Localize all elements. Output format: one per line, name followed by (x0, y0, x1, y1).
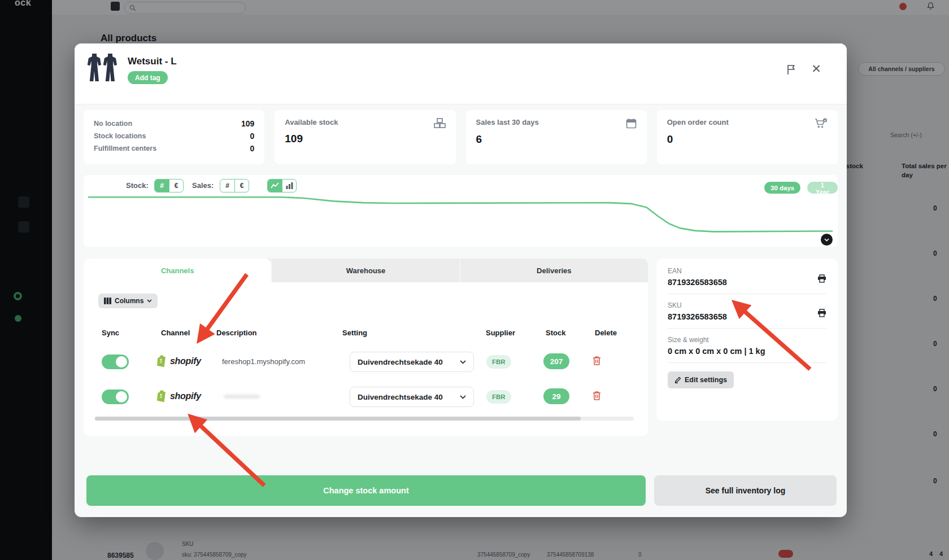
product-detail-modal: Wetsuit - L Add tag ✕ No location109 Sto… (75, 43, 847, 517)
calendar-icon (626, 118, 637, 129)
stat-label: Available stock (285, 118, 338, 126)
delete-channel-button[interactable] (592, 356, 602, 368)
chart-type-toggle (267, 179, 297, 193)
print-ean-button[interactable] (817, 274, 826, 285)
cart-check-icon (815, 118, 828, 129)
stat-label: Stock locations (94, 130, 146, 142)
sync-toggle[interactable] (102, 390, 129, 404)
setting-dropdown-value: Duivendrechtsekade 40 (358, 358, 443, 366)
size-weight-label: Size & weight (668, 336, 826, 344)
supplier-badge: FBR (486, 390, 511, 404)
columns-icon (104, 298, 111, 304)
chevron-down-icon (460, 395, 466, 399)
header-delete: Delete (595, 329, 617, 337)
header-supplier: Supplier (486, 329, 515, 337)
tab-channels[interactable]: Channels (84, 259, 271, 282)
stat-value: 109 (241, 117, 254, 130)
delete-channel-button[interactable] (592, 391, 602, 403)
stat-label: Sales last 30 days (476, 118, 539, 126)
tab-warehouse[interactable]: Warehouse (271, 259, 459, 282)
stock-unit-toggle: # € (154, 179, 184, 193)
add-tag-button[interactable]: Add tag (128, 71, 168, 84)
trash-icon (592, 391, 602, 401)
stat-value: 0 (667, 133, 828, 146)
chevron-down-icon (147, 299, 152, 303)
product-image-wetsuit (86, 53, 122, 88)
channel-description: fereshop1.myshopify.com (222, 357, 305, 366)
columns-button-label: Columns (115, 297, 143, 305)
bar-chart-icon[interactable] (282, 180, 296, 192)
stock-chart-card: Stock: # € Sales: # € 30 days 1 Year (84, 175, 838, 247)
setting-dropdown-value: Duivendrechtsekade 40 (358, 393, 443, 401)
tab-deliveries[interactable]: Deliveries (460, 259, 648, 282)
stat-label: Fulfillment centers (94, 142, 156, 155)
stock-toggle-label: Stock: (126, 181, 149, 190)
sku-label: SKU (668, 301, 826, 309)
shopify-wordmark: shopify (170, 356, 201, 366)
shopify-logo-icon: shopify (157, 355, 201, 368)
pencil-icon (674, 377, 681, 383)
supplier-badge: FBR (486, 355, 511, 369)
scrollbar-thumb[interactable] (95, 417, 581, 421)
sales-euro-option[interactable]: € (234, 180, 249, 192)
header-channel: Channel (161, 329, 190, 337)
screen: ock All products All channels / supplier… (0, 0, 949, 560)
range-1-year-button[interactable]: 1 Year (807, 182, 838, 194)
close-icon[interactable]: ✕ (808, 60, 825, 77)
setting-dropdown[interactable]: Duivendrechtsekade 40 (350, 352, 474, 372)
edit-settings-button[interactable]: Edit settings (668, 371, 734, 388)
product-details-panel: EAN 8719326583658 SKU 8719326583658 Size… (656, 259, 838, 421)
open-orders-card: Open order count 0 (657, 110, 838, 164)
edit-settings-block: Edit settings (668, 363, 826, 395)
channels-panel: Columns Sync Channel Description Setting… (84, 282, 648, 436)
chevron-down-icon (460, 360, 466, 364)
header-stock: Stock (546, 329, 565, 337)
header-description: Description (216, 329, 257, 337)
sku-value: 8719326583658 (668, 312, 826, 321)
stock-line (88, 197, 833, 231)
line-chart-icon[interactable] (268, 180, 282, 192)
channel-row: shopify Duivendrechtsekade 40 FBR 29 (84, 380, 648, 413)
channel-row: shopify fereshop1.myshopify.com Duivendr… (84, 345, 648, 378)
edit-settings-label: Edit settings (685, 376, 727, 384)
chevron-down-icon (824, 238, 829, 242)
modal-header: Wetsuit - L Add tag ✕ (75, 43, 847, 104)
printer-icon (817, 309, 826, 317)
size-weight-value: 0 cm x 0 cm x 0 cm | 1 kg (668, 347, 826, 356)
product-title: Wetsuit - L (128, 56, 177, 67)
expand-chart-button[interactable] (821, 234, 833, 246)
shopify-logo-icon: shopify (157, 390, 201, 403)
flag-icon[interactable] (784, 63, 799, 77)
stock-count-option[interactable]: # (155, 180, 169, 192)
stat-label: No location (94, 117, 132, 130)
stat-value: 6 (476, 133, 637, 146)
shopify-wordmark: shopify (170, 391, 201, 401)
sales-toggle-label: Sales: (192, 181, 214, 190)
redacted-description (224, 395, 260, 399)
stock-amount-badge: 207 (543, 353, 569, 369)
stat-value: 109 (285, 133, 445, 145)
stats-row: No location109 Stock locations0 Fulfillm… (84, 110, 838, 164)
size-weight-block: Size & weight 0 cm x 0 cm x 0 cm | 1 kg (668, 329, 826, 363)
sales-count-option[interactable]: # (220, 180, 234, 192)
boxes-icon (434, 118, 446, 128)
columns-button[interactable]: Columns (98, 294, 158, 308)
sync-toggle[interactable] (102, 355, 129, 369)
stock-amount-badge: 29 (543, 388, 569, 404)
setting-dropdown[interactable]: Duivendrechtsekade 40 (350, 387, 474, 407)
see-inventory-log-button[interactable]: See full inventory log (654, 475, 837, 506)
header-setting: Setting (342, 329, 367, 337)
stock-euro-option[interactable]: € (169, 180, 183, 192)
stat-value: 0 (250, 142, 254, 155)
horizontal-scrollbar[interactable] (95, 417, 634, 421)
sales-card: Sales last 30 days 6 (466, 110, 647, 164)
range-30-days-button[interactable]: 30 days (764, 182, 800, 194)
print-sku-button[interactable] (817, 309, 826, 319)
tab-bar: Channels Warehouse Deliveries (84, 259, 648, 282)
stat-value: 0 (250, 130, 254, 142)
header-sync: Sync (102, 329, 119, 337)
printer-icon (817, 274, 826, 283)
change-stock-amount-button[interactable]: Change stock amount (86, 475, 646, 506)
ean-block: EAN 8719326583658 (668, 260, 826, 294)
trash-icon (592, 356, 602, 366)
